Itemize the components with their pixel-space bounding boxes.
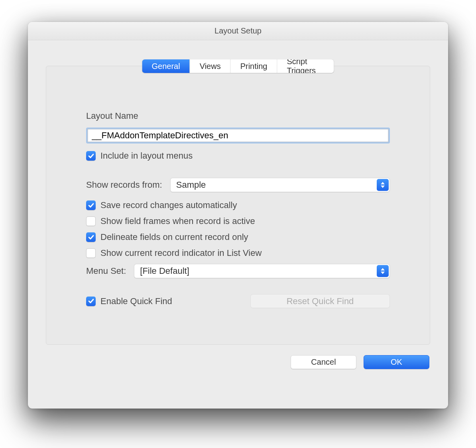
chevron-up-icon [381, 268, 385, 271]
dialog-footer: Cancel OK [46, 355, 430, 369]
select-stepper-icon [377, 265, 389, 277]
delineate-row[interactable]: Delineate fields on current record only [86, 232, 390, 242]
chevron-down-icon [381, 271, 385, 274]
quick-find-row: Enable Quick Find Reset Quick Find [86, 294, 390, 308]
dialog-title: Layout Setup [28, 22, 448, 40]
delineate-label: Delineate fields on current record only [100, 232, 248, 242]
quick-find-toggle[interactable]: Enable Quick Find [86, 296, 172, 307]
include-in-menus-checkbox[interactable] [86, 151, 96, 161]
check-icon [88, 202, 94, 208]
list-indicator-row[interactable]: Show current record indicator in List Vi… [86, 248, 390, 258]
reset-quick-find-button[interactable]: Reset Quick Find [250, 294, 390, 308]
layout-name-focus-ring [86, 128, 390, 143]
tab-views[interactable]: Views [190, 59, 231, 73]
save-auto-label: Save record changes automatically [100, 200, 237, 210]
menu-set-row: Menu Set: [File Default] [86, 264, 390, 278]
show-frames-row[interactable]: Show field frames when record is active [86, 216, 390, 226]
include-in-menus-label: Include in layout menus [100, 151, 193, 161]
general-form: Layout Name Include in layout menus Show… [46, 66, 430, 332]
tab-pane: General Views Printing Script Triggers L… [46, 66, 430, 345]
select-stepper-icon [377, 179, 389, 191]
delineate-checkbox[interactable] [86, 232, 96, 242]
check-icon [88, 298, 94, 304]
menu-set-value: [File Default] [134, 266, 195, 276]
check-icon [88, 234, 94, 240]
cancel-button[interactable]: Cancel [291, 355, 356, 369]
record-options-group: Save record changes automatically Show f… [86, 200, 390, 278]
check-icon [88, 153, 94, 159]
dialog-window: Layout Setup General Views Printing Scri… [28, 22, 448, 409]
show-frames-label: Show field frames when record is active [100, 216, 255, 226]
ok-button[interactable]: OK [364, 355, 429, 369]
quick-find-label: Enable Quick Find [100, 296, 172, 307]
menu-set-label: Menu Set: [86, 266, 126, 276]
show-records-label: Show records from: [86, 180, 162, 190]
include-in-menus-row[interactable]: Include in layout menus [86, 151, 390, 161]
tab-script-triggers[interactable]: Script Triggers [277, 59, 334, 73]
tab-general[interactable]: General [142, 59, 190, 73]
tab-printing[interactable]: Printing [231, 59, 277, 73]
list-indicator-label: Show current record indicator in List Vi… [100, 248, 262, 258]
save-auto-checkbox[interactable] [86, 200, 96, 210]
layout-name-label: Layout Name [86, 111, 390, 121]
menu-set-select[interactable]: [File Default] [134, 264, 390, 278]
show-records-select[interactable]: Sample [170, 178, 390, 192]
chevron-down-icon [381, 185, 385, 188]
show-records-value: Sample [171, 180, 212, 190]
tabs: General Views Printing Script Triggers [142, 59, 334, 73]
layout-name-input[interactable] [87, 129, 389, 142]
show-frames-checkbox[interactable] [86, 216, 96, 226]
show-records-row: Show records from: Sample [86, 178, 390, 192]
list-indicator-checkbox[interactable] [86, 248, 96, 258]
save-auto-row[interactable]: Save record changes automatically [86, 200, 390, 210]
dialog-body: General Views Printing Script Triggers L… [28, 66, 448, 381]
chevron-up-icon [381, 182, 385, 185]
quick-find-checkbox[interactable] [86, 297, 96, 306]
